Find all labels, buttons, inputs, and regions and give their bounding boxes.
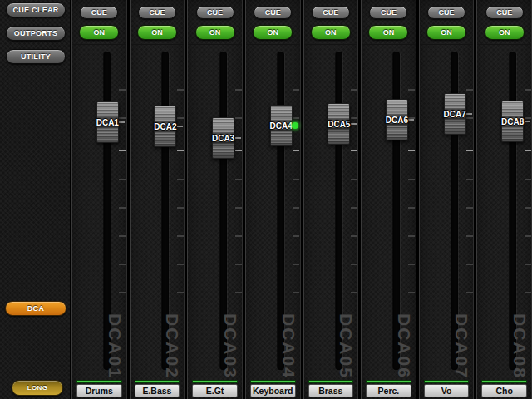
channel-strip: CUE ON DCA08 DCA8 Cho — [476, 0, 532, 399]
channel-strip: CUE ON DCA07 DCA7 Vo — [419, 0, 475, 399]
fader-cap-marker — [177, 126, 183, 127]
fader-cap-label: DCA7 — [443, 110, 466, 119]
cue-button[interactable]: CUE — [138, 6, 176, 19]
fader-cap[interactable]: DCA7 — [444, 93, 466, 135]
channel-color-bar — [76, 380, 122, 383]
strip-divider — [131, 44, 185, 45]
cue-clear-button[interactable]: CUE CLEAR — [6, 2, 66, 17]
fader-cap[interactable]: DCA8 — [501, 101, 524, 142]
sidebar: CUE CLEAR OUTPORTS UTILITY DCA LONG FADE… — [0, 0, 71, 399]
channel-color-bar — [250, 380, 296, 383]
channel-name[interactable]: E.Bass — [135, 384, 180, 397]
channel-color-bar — [481, 380, 527, 383]
channel-strip: CUE ON DCA04 DCA4 Keyboard — [245, 0, 301, 399]
channel-id-watermark: DCA08 — [511, 313, 529, 379]
strip-divider — [246, 44, 300, 45]
selected-indicator-dot — [292, 122, 298, 129]
channel-color-bar — [135, 380, 180, 383]
channel-strips: CUE ON DCA01 DCA1 Drums CUE ON DCA02 DCA… — [71, 0, 532, 399]
channel-color-bar — [192, 380, 238, 383]
channel-id-watermark: DCA04 — [280, 313, 298, 379]
cue-button[interactable]: CUE — [196, 6, 234, 19]
fader-cap[interactable]: DCA5 — [328, 103, 350, 145]
fader-cap-marker — [351, 123, 357, 125]
on-button[interactable]: ON — [368, 25, 408, 40]
fader-cap-label: DCA4 — [270, 121, 293, 131]
fader-cap[interactable]: DCA2 — [154, 106, 176, 147]
fader-cap[interactable]: DCA6 — [386, 99, 408, 140]
channel-name[interactable]: Brass — [308, 384, 354, 397]
long-faders-button[interactable]: LONG FADERS — [12, 380, 63, 396]
strip-divider — [188, 44, 242, 45]
on-button[interactable]: ON — [79, 25, 119, 40]
dca-bank-button[interactable]: DCA — [5, 301, 66, 316]
cue-button[interactable]: CUE — [312, 6, 350, 19]
channel-id-watermark: DCA06 — [396, 313, 413, 379]
channel-strip: CUE ON DCA06 DCA6 Perc. — [361, 0, 416, 399]
channel-strip: CUE ON DCA03 DCA3 E.Gt — [187, 0, 243, 399]
fader-cap[interactable]: DCA3 — [212, 117, 234, 159]
mixer-app: CUE CLEAR OUTPORTS UTILITY DCA LONG FADE… — [0, 0, 532, 399]
fader-cap-label: DCA5 — [328, 120, 350, 129]
channel-strip: CUE ON DCA01 DCA1 Drums — [71, 0, 127, 399]
cue-button[interactable]: CUE — [369, 6, 407, 19]
channel-strip: CUE ON DCA02 DCA2 E.Bass — [130, 0, 185, 399]
on-button[interactable]: ON — [253, 25, 293, 40]
cue-button[interactable]: CUE — [485, 6, 524, 19]
cue-button[interactable]: CUE — [80, 6, 118, 19]
fader-cap-label: DCA6 — [386, 116, 408, 125]
channel-id-watermark: DCA03 — [222, 313, 239, 379]
channel-id-watermark: DCA05 — [337, 313, 355, 379]
channel-name[interactable]: E.Gt — [192, 384, 238, 397]
cue-button[interactable]: CUE — [254, 6, 292, 19]
strip-divider — [477, 44, 531, 45]
channel-id-watermark: DCA02 — [164, 313, 181, 379]
strip-divider — [362, 44, 416, 45]
fader-cap-label: DCA2 — [154, 122, 176, 131]
fader-cap[interactable]: DCA1 — [96, 101, 119, 143]
channel-name[interactable]: Cho — [481, 384, 527, 397]
fader-cap[interactable]: DCA4 — [270, 105, 293, 146]
strip-divider — [72, 44, 126, 45]
cue-button[interactable]: CUE — [427, 6, 466, 19]
on-button[interactable]: ON — [195, 25, 235, 40]
channel-name[interactable]: Perc. — [366, 384, 411, 397]
channel-color-bar — [424, 380, 470, 383]
fader-cap-marker — [525, 121, 530, 122]
on-button[interactable]: ON — [485, 25, 525, 40]
on-button[interactable]: ON — [137, 25, 177, 40]
fader-cap-label: DCA8 — [501, 117, 524, 126]
channel-color-bar — [366, 380, 411, 383]
channel-strip: CUE ON DCA05 DCA5 Brass — [303, 0, 359, 399]
channel-color-bar — [308, 380, 354, 383]
on-button[interactable]: ON — [426, 25, 466, 40]
on-button[interactable]: ON — [311, 25, 351, 40]
fader-cap-marker — [235, 137, 241, 139]
channel-name[interactable]: Drums — [76, 384, 122, 397]
fader-cap-marker — [119, 121, 125, 123]
fader-cap-label: DCA1 — [96, 118, 119, 127]
fader-cap-label: DCA3 — [212, 134, 234, 143]
channel-id-watermark: DCA01 — [106, 313, 124, 379]
channel-id-watermark: DCA07 — [453, 313, 470, 379]
fader-cap-marker — [408, 119, 414, 121]
channel-name[interactable]: Vo — [424, 384, 470, 397]
strip-divider — [304, 44, 358, 45]
fader-cap-marker — [466, 113, 472, 115]
utility-button[interactable]: UTILITY — [6, 49, 66, 64]
strip-divider — [420, 44, 474, 45]
channel-name[interactable]: Keyboard — [250, 384, 296, 397]
outports-button[interactable]: OUTPORTS — [6, 26, 66, 41]
